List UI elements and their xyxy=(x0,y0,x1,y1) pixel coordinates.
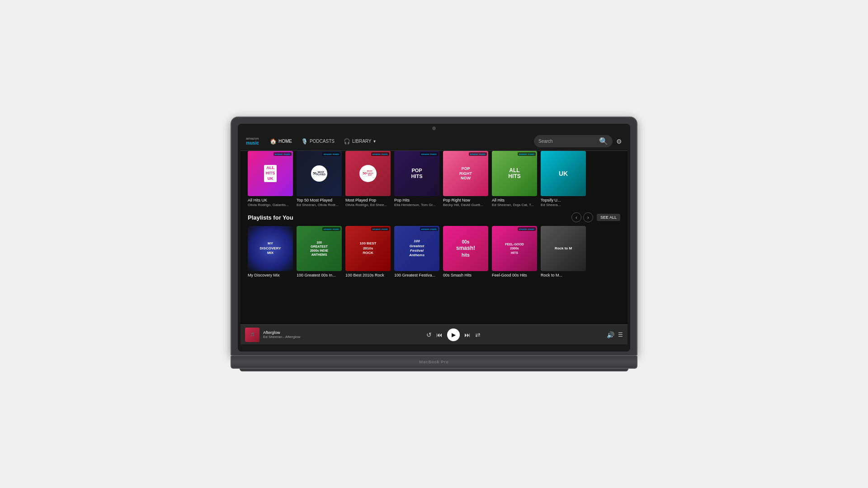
nav-podcasts[interactable]: 🎙️ PODCASTS xyxy=(297,136,338,146)
player-right-controls: 🔊 ☰ xyxy=(607,331,623,338)
logo-brand: amazon xyxy=(246,137,259,141)
laptop-frame: amazon music 🏠 HOME 🎙️ PODCASTS xyxy=(231,117,637,371)
amazon-music-app: amazon music 🏠 HOME 🎙️ PODCASTS xyxy=(241,132,627,349)
amz-badge: amazon music xyxy=(420,152,438,156)
playlists-title: Playlists for You xyxy=(248,214,571,221)
queue-icon[interactable]: ☰ xyxy=(618,332,623,338)
topbar: amazon music 🏠 HOME 🎙️ PODCASTS xyxy=(241,132,627,151)
card-allhits[interactable]: ALLHITS amazon music All Hits Ed Sheeran… xyxy=(492,151,537,207)
shuffle-button[interactable]: ⇄ xyxy=(475,331,481,338)
player-controls: ↺ ⏮ ▶ ⏭ ⇄ xyxy=(304,328,603,341)
card-allhits-title: All Hits xyxy=(492,198,537,202)
top-picks-section: ALLHITSUK amazon music All Hits UK Olivi… xyxy=(248,151,620,207)
card-mostplayedpop-sub: Olivia Rodrigo, Ed Shee... xyxy=(345,203,391,207)
screen-bezel: amazon music 🏠 HOME 🎙️ PODCASTS xyxy=(238,124,630,352)
amz-badge: amazon music xyxy=(371,152,389,156)
see-all-button[interactable]: SEE ALL xyxy=(597,214,620,221)
play-pause-button[interactable]: ▶ xyxy=(447,328,460,341)
home-icon: 🏠 xyxy=(270,138,277,145)
card-pophits-sub: Ella Henderson, Tom Gr... xyxy=(394,203,439,207)
card-top50-sub: Ed Sheeran, Olivia Rodr... xyxy=(297,203,342,207)
card-festival-title: 100 Greatest Festiva... xyxy=(394,273,439,277)
main-nav: 🏠 HOME 🎙️ PODCASTS 🎧 LIBRARY ▾ xyxy=(266,136,534,146)
repeat-button[interactable]: ↺ xyxy=(426,331,432,338)
card-rock-m-title: Rock to M... xyxy=(541,273,586,277)
playlists-nav: ‹ › SEE ALL xyxy=(571,212,620,222)
card-discovery-title: My Discovery Mix xyxy=(248,273,293,277)
prev-button[interactable]: ⏮ xyxy=(436,331,443,338)
card-topsify-sub: Ed Sheera... xyxy=(541,203,586,207)
card-mostplayedpop-title: Most Played Pop xyxy=(345,198,391,202)
search-input[interactable] xyxy=(538,139,597,144)
amz-badge: amazon music xyxy=(420,227,438,231)
laptop-foot xyxy=(240,369,628,371)
main-content: ALLHITSUK amazon music All Hits UK Olivi… xyxy=(241,151,627,324)
card-poprightnow-sub: Becky Hill, David Guett... xyxy=(443,203,488,207)
amz-badge: amazon music xyxy=(518,227,536,231)
nav-podcasts-label: PODCASTS xyxy=(310,139,335,144)
progress-bar-area xyxy=(241,344,627,349)
amz-badge: amazon music xyxy=(469,152,487,156)
search-icon: 🔍 xyxy=(599,137,608,145)
card-mostplayedpop[interactable]: 50MOSTPLAYEDPOP amazon music Most Played… xyxy=(345,151,391,207)
card-feelgood-title: Feel-Good 00s Hits xyxy=(492,273,537,277)
playlists-header: Playlists for You ‹ › SEE ALL xyxy=(248,212,620,222)
screen: amazon music 🏠 HOME 🎙️ PODCASTS xyxy=(241,132,627,349)
card-topsify-title: Topsify U... xyxy=(541,198,586,202)
card-00s[interactable]: 00ssmash!hits 00s Smash Hits xyxy=(443,226,488,278)
search-box[interactable]: 🔍 xyxy=(534,135,613,147)
player-song-title: Afterglow xyxy=(263,330,300,335)
player-artist: Ed Sheeran - Afterglow xyxy=(263,335,300,339)
amz-badge: amazon music xyxy=(371,227,389,231)
playlists-section: Playlists for You ‹ › SEE ALL xyxy=(248,212,620,278)
card-festival[interactable]: 100GreatestFestivalAnthems amazon music … xyxy=(394,226,439,278)
laptop-base xyxy=(231,356,637,369)
card-100rock[interactable]: 100 BEST2010sROCK amazon music 100 Best … xyxy=(345,226,391,278)
card-discovery-mix[interactable]: MYDISCOVERYMIX My Discovery Mix xyxy=(248,226,293,278)
card-100rock-title: 100 Best 2010s Rock xyxy=(345,273,391,277)
library-icon: 🎧 xyxy=(344,138,350,145)
nav-prev-button[interactable]: ‹ xyxy=(571,212,581,222)
card-00s-title: 00s Smash Hits xyxy=(443,273,488,277)
podcasts-icon: 🎙️ xyxy=(301,138,308,145)
amz-badge: amazon music xyxy=(518,152,536,156)
playlists-cards: MYDISCOVERYMIX My Discovery Mix xyxy=(248,226,620,278)
card-allhitsuk-sub: Olivia Rodrigo, Galantis... xyxy=(248,203,293,207)
card-poprightnow-title: Pop Right Now xyxy=(443,198,488,202)
library-dropdown-icon: ▾ xyxy=(373,139,376,144)
top-picks-cards: ALLHITSUK amazon music All Hits UK Olivi… xyxy=(248,151,620,207)
nav-home-label: HOME xyxy=(278,139,292,144)
logo-product: music xyxy=(246,141,259,145)
card-allhitsuk[interactable]: ALLHITSUK amazon music All Hits UK Olivi… xyxy=(248,151,293,207)
card-pophits-title: Pop Hits xyxy=(394,198,439,202)
nav-library-label: LIBRARY xyxy=(352,139,372,144)
card-top50[interactable]: 50MOSTPLAYED amazon music Top 50 Most Pl… xyxy=(297,151,342,207)
amz-badge: amazon music xyxy=(274,152,292,156)
amz-badge: amazon music xyxy=(322,152,340,156)
card-feelgood[interactable]: FEEL-GOOD2000sHITS amazon music Feel-Goo… xyxy=(492,226,537,278)
player-thumbnail: 🎵 xyxy=(245,328,259,342)
card-100indie[interactable]: 100GREATEST2000s INDIEANTHEMS amazon mus… xyxy=(297,226,342,278)
volume-icon[interactable]: 🔊 xyxy=(607,331,614,338)
laptop-lid: amazon music 🏠 HOME 🎙️ PODCASTS xyxy=(231,117,637,356)
card-top50-title: Top 50 Most Played xyxy=(297,198,342,202)
card-poprightnow[interactable]: POPRIGHTNOW amazon music Pop Right Now B… xyxy=(443,151,488,207)
player-info: Afterglow Ed Sheeran - Afterglow xyxy=(263,330,300,339)
player-bar: 🎵 Afterglow Ed Sheeran - Afterglow ↺ ⏮ ▶… xyxy=(241,324,627,344)
card-topsify[interactable]: UK Topsify U... Ed Sheera... xyxy=(541,151,586,207)
card-allhits-sub: Ed Sheeran, Doja Cat, T... xyxy=(492,203,537,207)
next-button[interactable]: ⏭ xyxy=(464,331,471,338)
nav-next-button[interactable]: › xyxy=(583,212,593,222)
amazon-music-logo: amazon music xyxy=(246,137,259,146)
nav-library[interactable]: 🎧 LIBRARY ▾ xyxy=(340,136,379,146)
card-100indie-title: 100 Greatest 00s In... xyxy=(297,273,342,277)
amz-badge: amazon music xyxy=(322,227,340,231)
card-pophits[interactable]: POPHITS amazon music Pop Hits Ella Hende… xyxy=(394,151,439,207)
card-allhitsuk-title: All Hits UK xyxy=(248,198,293,202)
settings-button[interactable]: ⚙ xyxy=(616,138,622,145)
card-rock-m[interactable]: Rock to M Rock to M... xyxy=(541,226,586,278)
nav-home[interactable]: 🏠 HOME xyxy=(266,136,296,146)
